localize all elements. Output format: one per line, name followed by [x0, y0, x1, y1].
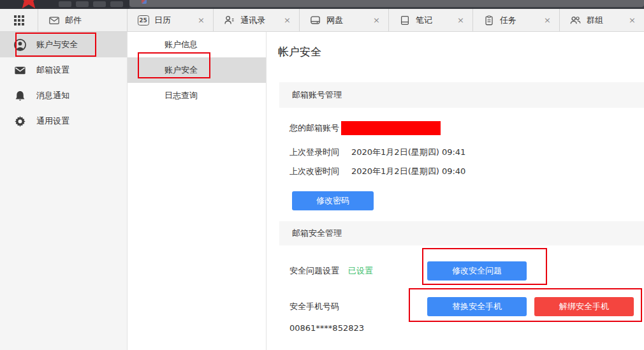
drive-icon	[309, 14, 321, 26]
tab-bar: 邮件 25 日历 × 通讯录 × 网盘 × 笔	[0, 9, 644, 32]
close-icon[interactable]: ×	[198, 16, 205, 24]
close-icon[interactable]: ×	[457, 16, 464, 24]
tab-label: 笔记	[416, 15, 432, 26]
sidebar-item-mailbox-settings[interactable]: 邮箱设置	[0, 57, 127, 83]
notes-icon	[399, 14, 411, 26]
close-icon[interactable]: ×	[629, 16, 636, 24]
sidebar-item-label: 账户与安全	[36, 39, 78, 50]
calendar-icon: 25	[137, 14, 149, 26]
logo-wordmark	[59, 1, 123, 7]
close-icon[interactable]: ×	[284, 16, 291, 24]
tab-tasks[interactable]: 任务 ×	[473, 9, 560, 31]
tab-label: 网盘	[326, 15, 343, 26]
search-icon	[142, 0, 147, 4]
body-area: 账户与安全 邮箱设置 消息通知 通用设置	[0, 32, 644, 350]
security-question-label: 安全问题设置	[289, 265, 339, 277]
account-icon	[13, 38, 27, 52]
main-panel: 帐户安全 邮箱账号管理 您的邮箱账号 上次登录时间 2020年1月2日(星期四)…	[267, 32, 644, 350]
security-question-status: 已设置	[348, 265, 373, 277]
subnav-item-account-security[interactable]: 账户安全	[128, 57, 266, 83]
grid-icon	[14, 15, 24, 26]
sidebar-item-notifications[interactable]: 消息通知	[0, 83, 127, 108]
page-title: 帐户安全	[278, 45, 321, 59]
tab-drive[interactable]: 网盘 ×	[300, 9, 389, 31]
tab-label: 通讯录	[240, 15, 265, 26]
security-phone-row: 安全手机号码	[289, 297, 339, 316]
sidebar-item-label: 邮箱设置	[36, 64, 70, 76]
contacts-icon	[223, 14, 235, 26]
tab-groups[interactable]: 群组 ×	[560, 9, 644, 31]
app-grid-button[interactable]	[0, 9, 38, 31]
general-settings-icon	[13, 115, 27, 128]
last-login-value: 2020年1月2日(星期四) 09:41	[351, 147, 465, 158]
last-password-change-value: 2020年1月2日(星期四) 09:40	[351, 166, 465, 177]
close-icon[interactable]: ×	[373, 16, 380, 24]
tab-calendar[interactable]: 25 日历 ×	[128, 9, 214, 31]
email-redaction-block	[341, 121, 441, 135]
security-phone-label: 安全手机号码	[289, 301, 339, 312]
subnav-item-log-query[interactable]: 日志查询	[128, 83, 266, 108]
brand-star-icon	[17, 0, 41, 9]
app-window: 邮件 25 日历 × 通讯录 × 网盘 × 笔	[0, 0, 644, 350]
security-phone-number: 00861****852823	[289, 323, 364, 333]
section-header-security: 邮箱安全管理	[279, 221, 644, 245]
last-password-change-row: 上次改密时间 2020年1月2日(星期四) 09:40	[289, 166, 465, 177]
tab-label: 邮件	[65, 15, 82, 26]
last-password-change-label: 上次改密时间	[289, 166, 339, 177]
groups-icon	[569, 14, 582, 26]
settings-sidebar: 账户与安全 邮箱设置 消息通知 通用设置	[0, 32, 128, 350]
tab-label: 日历	[154, 15, 171, 26]
close-icon[interactable]: ×	[544, 16, 551, 24]
tab-label: 任务	[500, 15, 516, 26]
last-login-label: 上次登录时间	[289, 147, 339, 158]
logo-segment	[0, 0, 129, 9]
notification-icon	[13, 89, 27, 103]
change-password-button[interactable]: 修改密码	[292, 191, 374, 210]
email-label: 您的邮箱账号	[289, 122, 339, 134]
last-login-row: 上次登录时间 2020年1月2日(星期四) 09:41	[289, 147, 465, 158]
top-header-bar	[0, 0, 644, 9]
mailbox-settings-icon	[13, 64, 27, 77]
unbind-security-phone-button[interactable]: 解绑安全手机	[534, 297, 634, 316]
tasks-icon	[483, 14, 495, 26]
replace-security-phone-button[interactable]: 替换安全手机	[427, 297, 527, 316]
search-input[interactable]	[129, 0, 644, 7]
security-question-row: 安全问题设置 已设置	[289, 261, 373, 281]
tab-label: 群组	[587, 15, 603, 26]
sidebar-item-account-security[interactable]: 账户与安全	[0, 32, 127, 57]
security-subnav: 账户信息 账户安全 日志查询	[128, 32, 267, 350]
tab-mail[interactable]: 邮件	[38, 9, 128, 31]
section-header-account: 邮箱账号管理	[279, 82, 644, 108]
sidebar-item-general-settings[interactable]: 通用设置	[0, 108, 127, 134]
sidebar-item-label: 消息通知	[36, 90, 70, 101]
modify-security-question-button[interactable]: 修改安全问题	[427, 261, 527, 281]
sidebar-item-label: 通用设置	[36, 115, 70, 127]
tab-notes[interactable]: 笔记 ×	[389, 9, 473, 31]
tab-contacts[interactable]: 通讯录 ×	[214, 9, 300, 31]
subnav-item-account-info[interactable]: 账户信息	[128, 32, 266, 57]
mail-icon	[48, 14, 60, 26]
email-account-row: 您的邮箱账号	[289, 120, 441, 136]
